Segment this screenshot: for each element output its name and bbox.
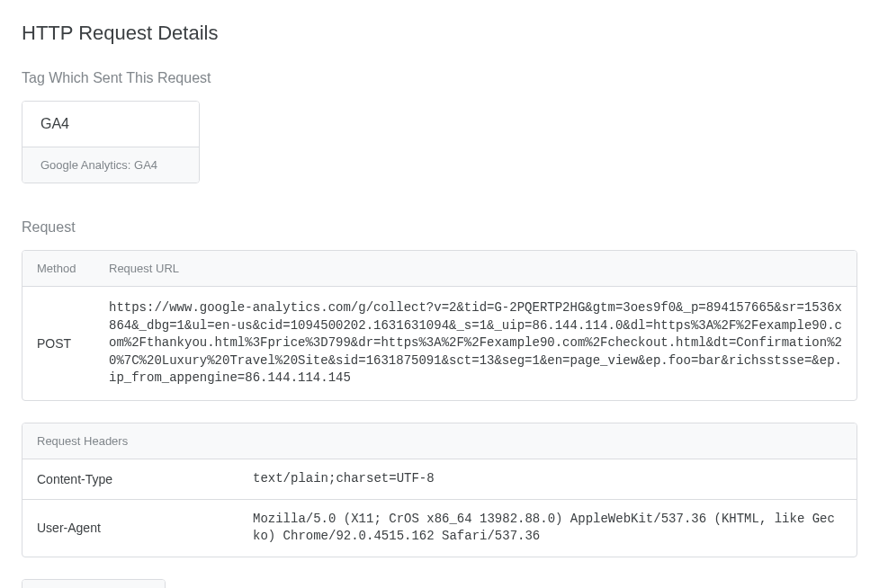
header-value: text/plain;charset=UTF-8 (238, 459, 857, 499)
section-title-tag: Tag Which Sent This Request (22, 70, 857, 86)
request-table: Method Request URL POST https://www.goog… (22, 250, 857, 401)
request-url: https://www.google-analytics.com/g/colle… (94, 287, 857, 400)
request-headers-table: Request Headers Content-Type text/plain;… (22, 423, 857, 557)
header-name: User-Agent (22, 499, 238, 557)
tag-card[interactable]: GA4 Google Analytics: GA4 (22, 101, 200, 183)
request-body-title: Request Body (22, 580, 165, 588)
tag-type: Google Analytics: GA4 (22, 147, 199, 183)
section-title-request: Request (22, 219, 857, 236)
request-body-card: Request Body None (22, 579, 166, 588)
column-header-request-headers: Request Headers (22, 423, 857, 459)
table-row: User-Agent Mozilla/5.0 (X11; CrOS x86_64… (22, 499, 857, 557)
page-title: HTTP Request Details (22, 22, 857, 45)
tag-name: GA4 (22, 102, 199, 147)
header-value: Mozilla/5.0 (X11; CrOS x86_64 13982.88.0… (238, 499, 857, 557)
table-row: POST https://www.google-analytics.com/g/… (22, 287, 857, 400)
request-method: POST (22, 287, 94, 400)
header-name: Content-Type (22, 459, 238, 499)
table-row: Content-Type text/plain;charset=UTF-8 (22, 459, 857, 499)
column-header-url: Request URL (94, 251, 857, 287)
column-header-method: Method (22, 251, 94, 287)
